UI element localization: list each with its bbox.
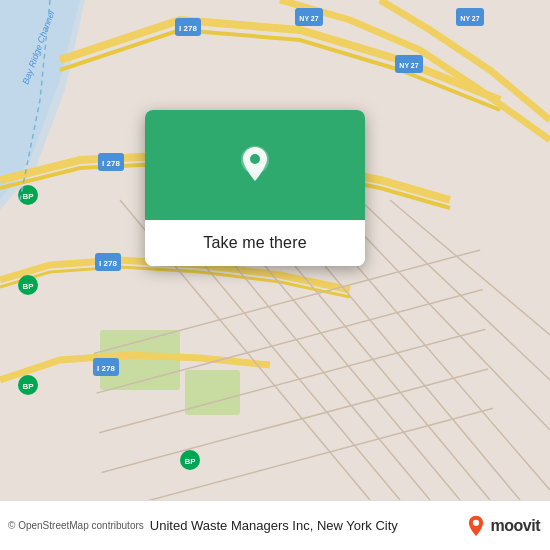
osm-attribution: © OpenStreetMap contributors	[8, 520, 144, 531]
moovit-logo: moovit	[465, 515, 540, 537]
popup-map-preview	[145, 110, 365, 220]
svg-text:BP: BP	[22, 192, 34, 201]
svg-text:BP: BP	[22, 282, 34, 291]
svg-text:BP: BP	[22, 382, 34, 391]
map-container: I 278 I 278 I 278 I 278 NY 27 NY 27 NY 2…	[0, 0, 550, 500]
svg-text:NY 27: NY 27	[460, 15, 479, 22]
moovit-pin-icon	[465, 515, 487, 537]
popup-card: Take me there	[145, 110, 365, 266]
bottom-bar: © OpenStreetMap contributors United Wast…	[0, 500, 550, 550]
svg-text:I 278: I 278	[102, 159, 120, 168]
svg-point-43	[472, 519, 478, 525]
svg-text:NY 27: NY 27	[399, 62, 418, 69]
svg-point-42	[250, 154, 260, 164]
svg-text:BP: BP	[184, 457, 196, 466]
svg-text:NY 27: NY 27	[299, 15, 318, 22]
moovit-brand-text: moovit	[491, 517, 540, 535]
location-pin-icon	[233, 143, 277, 187]
svg-text:I 278: I 278	[99, 259, 117, 268]
location-title: United Waste Managers Inc, New York City	[150, 518, 465, 533]
take-me-there-button[interactable]: Take me there	[145, 220, 365, 266]
svg-text:I 278: I 278	[97, 364, 115, 373]
svg-text:I 278: I 278	[179, 24, 197, 33]
